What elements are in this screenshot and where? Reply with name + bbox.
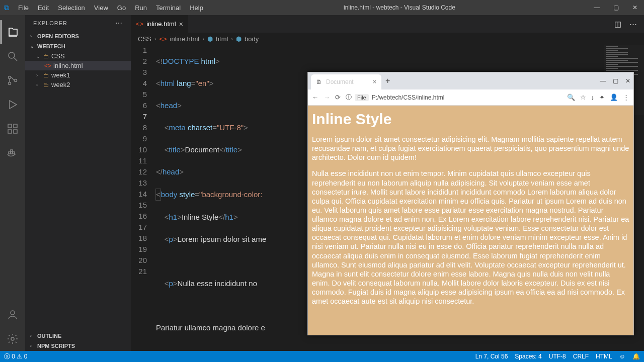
address-bar[interactable]: ⓘ File P:/webtech/CSS/inline.html	[346, 93, 562, 102]
outline-section[interactable]: ›OUTLINE	[25, 331, 131, 341]
tab-label: inline.html	[146, 20, 176, 28]
html-file-icon: <>	[44, 62, 51, 69]
zoom-icon[interactable]: 🔍	[567, 94, 575, 101]
tab-close-icon[interactable]: ×	[179, 20, 183, 28]
status-bar: ⓧ 0 ⚠ 0 Ln 7, Col 56 Spaces: 4 UTF-8 CRL…	[0, 351, 644, 362]
more-actions-icon[interactable]: ⋯	[629, 20, 637, 29]
folder-week1[interactable]: ›🗀week1	[25, 70, 131, 80]
folder-css[interactable]: ⌄🗀CSS	[25, 51, 131, 61]
status-notifications-icon[interactable]: 🔔	[632, 353, 640, 360]
project-section[interactable]: ⌄WEBTECH	[25, 41, 131, 51]
status-feedback-icon[interactable]: ☺	[619, 353, 625, 360]
svg-point-4	[15, 79, 17, 82]
reload-icon[interactable]: ⟳	[335, 94, 341, 101]
window-close-icon[interactable]: ✕	[630, 4, 640, 11]
settings-gear-icon[interactable]	[1, 327, 25, 351]
search-icon[interactable]	[1, 44, 25, 68]
split-editor-icon[interactable]: ◫	[614, 20, 621, 29]
menu-go[interactable]: Go	[113, 3, 130, 13]
browser-close-icon[interactable]: ✕	[625, 77, 630, 84]
explorer-icon[interactable]	[1, 20, 25, 44]
forward-icon[interactable]: →	[324, 94, 330, 101]
svg-line-1	[14, 58, 17, 61]
extensions-puzzle-icon[interactable]: ✦	[599, 94, 605, 101]
folder-week2[interactable]: ›🗀week2	[25, 80, 131, 89]
svg-rect-9	[14, 130, 17, 133]
browser-toolbar: ← → ⟳ ⓘ File P:/webtech/CSS/inline.html …	[308, 89, 633, 106]
status-indentation[interactable]: Spaces: 4	[515, 353, 541, 360]
svg-rect-7	[14, 124, 17, 128]
html-file-icon: <>	[159, 35, 167, 43]
run-debug-icon[interactable]	[1, 93, 25, 117]
sidebar: EXPLORER ⋯ ›OPEN EDITORS ⌄WEBTECH ⌄🗀CSS …	[25, 15, 131, 351]
menu-edit[interactable]: Edit	[34, 3, 53, 13]
status-errors[interactable]: ⓧ 0 ⚠ 0	[4, 352, 27, 361]
html-file-icon: <>	[136, 20, 143, 28]
url-text: P:/webtech/CSS/inline.html	[372, 94, 445, 101]
status-cursor-position[interactable]: Ln 7, Col 56	[475, 353, 508, 360]
browser-tab-title: Document	[326, 78, 354, 85]
profile-avatar-icon[interactable]: 👤	[610, 94, 618, 101]
browser-minimize-icon[interactable]: ―	[600, 77, 606, 84]
menu-file[interactable]: File	[14, 3, 33, 13]
folder-icon: 🗀	[43, 53, 49, 60]
svg-point-14	[11, 311, 15, 315]
menubar: File Edit Selection View Go Run Terminal…	[14, 3, 207, 13]
menu-selection[interactable]: Selection	[54, 3, 89, 13]
page-paragraph-2: Nulla esse incididunt non ut enim tempor…	[312, 169, 629, 306]
extensions-icon[interactable]	[1, 117, 25, 141]
activity-bar	[0, 15, 25, 351]
element-icon: ⬢	[236, 35, 242, 43]
accounts-icon[interactable]	[1, 303, 25, 327]
page-heading: Inline Style	[312, 111, 629, 128]
folder-icon: 🗀	[43, 72, 49, 79]
tab-inline-html[interactable]: <> inline.html ×	[131, 15, 189, 33]
download-icon[interactable]: ↓	[591, 94, 595, 101]
tab-close-icon[interactable]: ×	[373, 78, 376, 85]
browser-tab[interactable]: 🗎 Document ×	[311, 74, 381, 89]
page-icon: 🗎	[316, 78, 322, 85]
page-paragraph-1: Lorem ipsum dolor sit amet consectetur a…	[312, 135, 629, 162]
explorer-more-icon[interactable]: ⋯	[115, 19, 123, 27]
source-control-icon[interactable]	[1, 68, 25, 93]
window-maximize-icon[interactable]: ▢	[611, 4, 621, 11]
svg-point-2	[9, 76, 11, 79]
status-language[interactable]: HTML	[596, 353, 612, 360]
vscode-logo-icon: ⧉	[4, 4, 9, 12]
menu-view[interactable]: View	[90, 3, 112, 13]
svg-rect-6	[8, 124, 12, 128]
back-icon[interactable]: ←	[312, 94, 318, 101]
new-tab-icon[interactable]: +	[385, 76, 390, 85]
docker-icon[interactable]	[1, 141, 25, 165]
menu-terminal[interactable]: Terminal	[152, 3, 185, 13]
breadcrumb[interactable]: CSS› <>inline.html› ⬢html› ⬢body	[131, 33, 644, 45]
svg-rect-8	[8, 130, 12, 133]
open-editors-section[interactable]: ›OPEN EDITORS	[25, 31, 131, 41]
svg-point-3	[9, 82, 11, 85]
explorer-title: EXPLORER	[33, 20, 67, 26]
menu-help[interactable]: Help	[186, 3, 207, 13]
editor-tabs: <> inline.html × ◫ ⋯	[131, 15, 644, 33]
folder-icon: 🗀	[43, 81, 49, 88]
bookmark-star-icon[interactable]: ☆	[580, 94, 586, 101]
svg-rect-13	[11, 150, 13, 152]
breadcrumb-body[interactable]: body	[245, 35, 259, 43]
titlebar: ⧉ File Edit Selection View Go Run Termin…	[0, 0, 644, 15]
breadcrumb-file[interactable]: inline.html	[170, 35, 200, 43]
browser-viewport[interactable]: Inline Style Lorem ipsum dolor sit amet …	[308, 106, 633, 335]
browser-menu-icon[interactable]: ⋮	[623, 94, 629, 101]
browser-tabstrip: 🗎 Document × + ― ▢ ✕	[308, 72, 633, 89]
browser-maximize-icon[interactable]: ▢	[613, 77, 618, 84]
breadcrumb-html[interactable]: html	[216, 35, 228, 43]
npm-scripts-section[interactable]: ›NPM SCRIPTS	[25, 341, 131, 351]
info-icon[interactable]: ⓘ	[346, 93, 352, 102]
status-encoding[interactable]: UTF-8	[549, 353, 566, 360]
status-eol[interactable]: CRLF	[573, 353, 589, 360]
element-icon: ⬢	[207, 35, 213, 43]
window-minimize-icon[interactable]: ―	[592, 4, 602, 11]
file-inline-html[interactable]: <>inline.html	[25, 61, 131, 70]
menu-run[interactable]: Run	[131, 3, 151, 13]
breadcrumb-folder[interactable]: CSS	[138, 35, 151, 43]
window-title: inline.html - webtech - Visual Studio Co…	[207, 4, 592, 11]
svg-point-15	[11, 337, 14, 340]
